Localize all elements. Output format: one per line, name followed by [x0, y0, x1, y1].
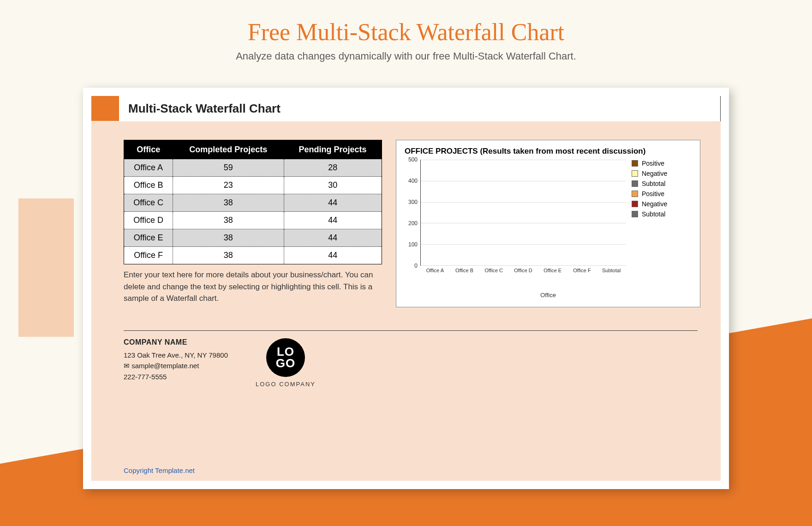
x-label: Subtotal	[597, 266, 626, 280]
x-label: Office A	[420, 266, 450, 280]
x-label: Office D	[508, 266, 538, 280]
table-cell: 38	[173, 212, 284, 229]
page-title: Free Multi-Stack Waterfall Chart	[0, 0, 812, 46]
legend-swatch	[632, 180, 638, 187]
legend-swatch	[632, 160, 638, 167]
chart-legend: PositiveNegativeSubtotalPositiveNegative…	[626, 160, 692, 280]
table-cell: Office A	[124, 159, 173, 177]
company-block: COMPANY NAME 123 Oak Tree Ave., NY, NY 7…	[124, 338, 228, 383]
y-tick: 0	[414, 263, 418, 269]
table-cell: Office B	[124, 177, 173, 194]
table-cell: 38	[173, 194, 284, 212]
legend-item: Subtotal	[632, 180, 692, 187]
title-accent	[91, 96, 119, 121]
th-office: Office	[124, 140, 173, 160]
data-table: Office Completed Projects Pending Projec…	[124, 140, 382, 264]
table-cell: 38	[173, 229, 284, 247]
table-cell: Office C	[124, 194, 173, 212]
company-phone: 222-777-5555	[124, 373, 228, 381]
legend-item: Positive	[632, 160, 692, 167]
table-note: Enter your text here for more details ab…	[124, 269, 382, 305]
x-label: Office C	[479, 266, 508, 280]
legend-label: Positive	[642, 190, 664, 197]
template-card: Multi-Stack Waterfall Chart Office Compl…	[83, 88, 729, 489]
mail-icon: ✉	[124, 362, 131, 370]
table-row: Office A5928	[124, 159, 382, 177]
x-label: Office F	[567, 266, 597, 280]
legend-item: Negative	[632, 200, 692, 208]
table-cell: Office F	[124, 247, 173, 264]
legend-label: Subtotal	[642, 210, 665, 218]
legend-item: Subtotal	[632, 210, 692, 218]
table-cell: 44	[284, 229, 382, 247]
table-cell: 59	[173, 159, 284, 177]
y-tick: 200	[408, 220, 418, 227]
th-completed: Completed Projects	[173, 140, 284, 160]
company-name: COMPANY NAME	[124, 338, 228, 347]
y-tick: 400	[408, 178, 418, 184]
x-label: Office B	[450, 266, 479, 280]
bg-peach-block	[18, 198, 74, 337]
table-cell: 30	[284, 177, 382, 194]
y-tick: 100	[408, 241, 418, 248]
legend-swatch	[632, 201, 638, 207]
legend-label: Negative	[642, 200, 667, 208]
logo-label: LOGO COMPANY	[256, 381, 316, 388]
chart-plot: 0100200300400500 Office AOffice BOffice …	[405, 160, 626, 280]
table-row: Office C3844	[124, 194, 382, 212]
chart-box: OFFICE PROJECTS (Results taken from most…	[396, 140, 700, 307]
logo-block: LO GO LOGO COMPANY	[256, 338, 316, 388]
table-cell: 23	[173, 177, 284, 194]
table-cell: 44	[284, 247, 382, 264]
y-tick: 500	[408, 156, 418, 163]
legend-swatch	[632, 170, 638, 177]
page-subtitle: Analyze data changes dynamically with ou…	[0, 46, 812, 62]
table-row: Office D3844	[124, 212, 382, 229]
table-row: Office F3844	[124, 247, 382, 264]
legend-swatch	[632, 211, 638, 217]
legend-label: Subtotal	[642, 180, 665, 187]
y-tick: 300	[408, 199, 418, 205]
table-cell: Office D	[124, 212, 173, 229]
table-row: Office E3844	[124, 229, 382, 247]
table-cell: 28	[284, 159, 382, 177]
logo-icon: LO GO	[266, 338, 305, 377]
legend-label: Negative	[642, 170, 667, 177]
company-email: ✉ sample@template.net	[124, 362, 228, 370]
chart-title-bar: Multi-Stack Waterfall Chart	[91, 96, 721, 121]
legend-label: Positive	[642, 160, 664, 167]
company-address: 123 Oak Tree Ave., NY, NY 79800	[124, 351, 228, 359]
table-cell: 44	[284, 212, 382, 229]
copyright-link[interactable]: Copyright Template.net	[124, 466, 195, 474]
table-cell: 38	[173, 247, 284, 264]
legend-swatch	[632, 191, 638, 197]
chart-title: Multi-Stack Waterfall Chart	[119, 96, 721, 121]
th-pending: Pending Projects	[284, 140, 382, 160]
x-axis-title: Office	[405, 292, 692, 299]
table-cell: Office E	[124, 229, 173, 247]
legend-item: Negative	[632, 170, 692, 177]
table-row: Office B2330	[124, 177, 382, 194]
table-cell: 44	[284, 194, 382, 212]
card-inner: Multi-Stack Waterfall Chart Office Compl…	[91, 96, 721, 481]
chart-box-title: OFFICE PROJECTS (Results taken from most…	[405, 147, 692, 156]
legend-item: Positive	[632, 190, 692, 197]
x-label: Office E	[538, 266, 567, 280]
